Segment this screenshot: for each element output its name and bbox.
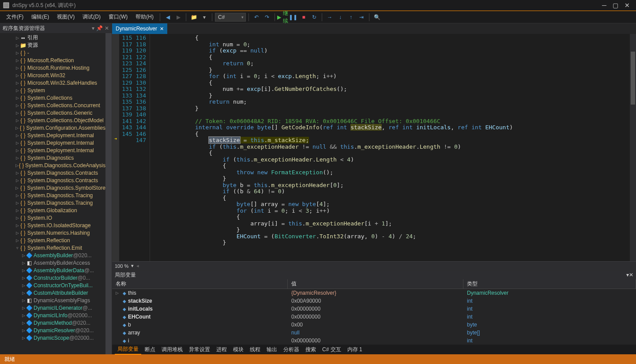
bottom-tab[interactable]: 搜索	[303, 345, 319, 354]
bottom-tab[interactable]: 线程	[247, 345, 263, 354]
tree-item[interactable]: ▿{ }System.Reflection.Emit	[0, 244, 105, 251]
assembly-tree[interactable]: ▷▪▪引用▷📁资源▷{ }-▷{ }Microsoft.Reflection▷{…	[0, 33, 105, 354]
tree-item[interactable]: ▷{ }System.Diagnostics.Contracts	[0, 176, 105, 184]
nav-forward-button[interactable]: ▶	[173, 12, 183, 22]
tree-item[interactable]: ▷{ }System.Globalization	[0, 206, 105, 214]
pause-button[interactable]: ❚❚	[288, 12, 298, 22]
col-name[interactable]: 名称	[112, 279, 288, 289]
tree-item[interactable]: ▷{ }Microsoft.Reflection	[0, 56, 105, 64]
tree-item[interactable]: ▷◧DynamicAssemblyFlags	[0, 296, 105, 304]
tree-item[interactable]: ▷▪▪引用	[0, 34, 105, 41]
bottom-tab[interactable]: 调用堆栈	[159, 345, 185, 354]
tree-item[interactable]: ▷🔷ConstructorOnTypeBuil...	[0, 281, 105, 289]
tree-item[interactable]: ▷{ }System.Deployment.Internal	[0, 131, 105, 139]
menu-debug[interactable]: 调试(D)	[79, 11, 104, 23]
tree-scrollbar[interactable]	[105, 33, 112, 354]
tree-item[interactable]: ▷{ }System.IO	[0, 214, 105, 221]
tree-item[interactable]: ▷{ }System.IO.IsolatedStorage	[0, 221, 105, 229]
tree-item[interactable]: ▷{ }System.Collections.Concurrent	[0, 101, 105, 109]
step-out-button[interactable]: ↑	[346, 12, 356, 22]
code-editor[interactable]: ➜ 115 116 117 118 119 120 121 122 123 12…	[112, 34, 636, 261]
stop-button[interactable]: ■	[299, 12, 309, 22]
search-button[interactable]: 🔍	[372, 12, 382, 22]
tree-item[interactable]: ▷{ }System.Reflection	[0, 236, 105, 244]
undo-button[interactable]: ↶	[252, 12, 261, 22]
tree-item[interactable]: ▷{ }System	[0, 86, 105, 94]
tree-item[interactable]: ▷🔷AssemblyBuilder @020...	[0, 251, 105, 259]
tree-item[interactable]: ▷{ }-	[0, 49, 105, 56]
zoom-dropdown-icon[interactable]: ▾	[131, 263, 134, 269]
step-over-button[interactable]: ↓	[335, 12, 345, 22]
tree-item[interactable]: ▷🔷DynamicILGenerator @...	[0, 304, 105, 311]
locals-row[interactable]: ◆EHCount0x00000000int	[112, 313, 636, 321]
continue-button[interactable]: ▶ 继续	[278, 12, 287, 22]
tree-item[interactable]: ▷🔷DynamicILInfo @02000...	[0, 311, 105, 319]
menu-file[interactable]: 文件(F)	[3, 11, 27, 23]
tree-item[interactable]: ▷{ }System.Diagnostics.Contracts	[0, 169, 105, 176]
tree-item[interactable]: ▷{ }System.Diagnostics	[0, 154, 105, 161]
tree-item[interactable]: ▷📁资源	[0, 41, 105, 49]
panel-pin-icon[interactable]: 📌	[96, 25, 103, 31]
panel-close-icon[interactable]: ✕	[105, 25, 109, 31]
close-button[interactable]: ✕	[625, 2, 630, 9]
bottom-tab[interactable]: C# 交互	[320, 345, 344, 354]
tree-item[interactable]: ▷{ }System.Collections.Generic	[0, 109, 105, 116]
locals-row[interactable]: ▷◆this{DynamicResolver}DynamicResolver	[112, 289, 636, 297]
bottom-tab[interactable]: 内存 1	[345, 345, 365, 354]
tab-dynamicresolver[interactable]: DynamicResolver ✕	[112, 23, 167, 34]
locals-grid[interactable]: 名称 值 类型 ▷◆this{DynamicResolver}DynamicRe…	[112, 279, 636, 345]
locals-row[interactable]: ◆initLocals0x00000000int	[112, 305, 636, 313]
col-value[interactable]: 值	[288, 279, 463, 289]
step-button[interactable]: ⇥	[357, 12, 366, 22]
tree-item[interactable]: ▷{ }System.Diagnostics.CodeAnalysis	[0, 161, 105, 169]
locals-row[interactable]: ◆arraynullbyte[]	[112, 329, 636, 337]
tree-item[interactable]: ▷🔷DynamicResolver @020...	[0, 326, 105, 334]
nav-back-button[interactable]: ◀	[163, 12, 173, 22]
menu-edit[interactable]: 编辑(E)	[28, 11, 53, 23]
menu-view[interactable]: 视图(V)	[53, 11, 78, 23]
code-area[interactable]: { int num = 0; if (excp == null) { retur…	[150, 34, 630, 261]
language-combo[interactable]: C#	[215, 13, 246, 22]
bottom-tab[interactable]: 异常设置	[186, 345, 213, 354]
tree-item[interactable]: ▷{ }System.Collections	[0, 94, 105, 101]
maximize-button[interactable]: ▢	[613, 2, 618, 9]
tab-close-icon[interactable]: ✕	[160, 26, 164, 32]
tree-item[interactable]: ▷{ }System.Deployment.Internal	[0, 146, 105, 154]
open-button[interactable]: 📁	[189, 12, 199, 22]
tree-item[interactable]: ▷🔷DynamicScope @02000...	[0, 334, 105, 341]
tree-item[interactable]: ▷{ }Microsoft.Runtime.Hosting	[0, 64, 105, 71]
tree-item[interactable]: ▷{ }System.Deployment.Internal	[0, 139, 105, 146]
zoom-level[interactable]: 100 %	[115, 263, 128, 269]
tree-item[interactable]: ▷{ }System.Collections.ObjectModel	[0, 116, 105, 124]
menu-window[interactable]: 窗口(W)	[105, 11, 131, 23]
editor-scrollbar[interactable]	[630, 34, 636, 261]
tree-item[interactable]: ▷◧AssemblyBuilderAccess	[0, 259, 105, 266]
tree-item[interactable]: ▷{ }System.Diagnostics.Tracing	[0, 191, 105, 199]
tree-item[interactable]: ▷{ }Microsoft.Win32	[0, 71, 105, 79]
tree-item[interactable]: ▷🔷AssemblyBuilderData @...	[0, 266, 105, 274]
tree-item[interactable]: ▷🔷ConstructorBuilder @0...	[0, 274, 105, 281]
menu-help[interactable]: 帮助(H)	[132, 11, 157, 23]
tree-item[interactable]: ▷{ }System.Diagnostics.Tracing	[0, 199, 105, 206]
tree-item[interactable]: ▷🔷CustomAttributeBuilder	[0, 289, 105, 296]
bottom-tab[interactable]: 断点	[142, 345, 158, 354]
locals-row[interactable]: ◆i0x00000000int	[112, 337, 636, 345]
minimize-button[interactable]: ─	[602, 2, 606, 9]
locals-row[interactable]: ◆stackSize0x00A90000int	[112, 297, 636, 305]
restart-button[interactable]: ↻	[309, 12, 319, 22]
bottom-tab[interactable]: 模块	[230, 345, 246, 354]
tree-item[interactable]: ▷🔷DynamicMethod @020...	[0, 319, 105, 326]
save-button[interactable]: ▾	[199, 12, 209, 22]
bottom-tab[interactable]: 进程	[214, 345, 230, 354]
step-into-button[interactable]: →	[325, 12, 335, 22]
bottom-tab[interactable]: 输出	[264, 345, 280, 354]
tree-item[interactable]: ▷{ }System.Configuration.Assemblies	[0, 124, 105, 131]
col-type[interactable]: 类型	[463, 279, 636, 289]
tree-item[interactable]: ▷{ }System.Diagnostics.SymbolStore	[0, 184, 105, 191]
locals-close-icon[interactable]: ✕	[629, 272, 633, 278]
locals-row[interactable]: ◆b0x00byte	[112, 321, 636, 329]
tree-item[interactable]: ▷{ }Microsoft.Win32.SafeHandles	[0, 79, 105, 86]
redo-button[interactable]: ↷	[262, 12, 272, 22]
bottom-tab[interactable]: 分析器	[281, 345, 302, 354]
tree-item[interactable]: ▷{ }System.Numerics.Hashing	[0, 229, 105, 236]
